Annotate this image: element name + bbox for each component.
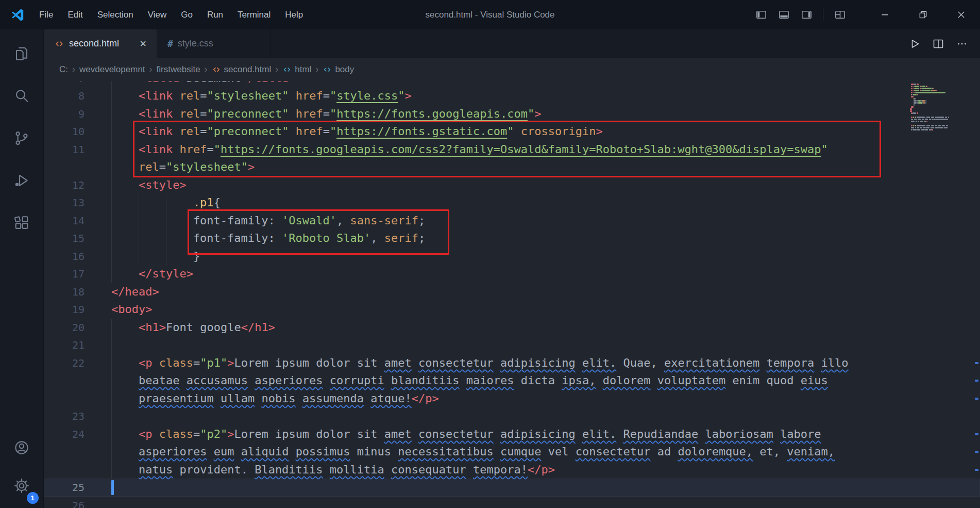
menu-item-edit[interactable]: Edit <box>60 0 90 29</box>
button-split-editor[interactable] <box>928 34 948 54</box>
code-line-10[interactable]: 10<link rel="preconnect" href="https://f… <box>44 123 980 141</box>
minimize-button[interactable] <box>866 0 904 29</box>
code-line-wrap[interactable]: asperiores eum aliquid possimus minus ne… <box>44 443 980 461</box>
code-line-13[interactable]: 13.p1{ <box>44 194 980 212</box>
button-more-actions[interactable] <box>952 34 972 54</box>
code-token: 'Oswald' <box>282 214 336 227</box>
breadcrumb-item-firstwebsite[interactable]: firstwebsite <box>157 64 200 75</box>
activity-item-search[interactable] <box>0 75 44 117</box>
settings-icon <box>13 478 30 494</box>
code-line-19[interactable]: 19<body> <box>44 301 980 319</box>
line-number[interactable]: 20 <box>44 319 85 337</box>
line-number[interactable]: 23 <box>44 407 85 425</box>
code-line-24[interactable]: 24<p class="p2">Lorem ipsum dolor sit am… <box>44 425 980 444</box>
minimap[interactable] <box>910 83 971 137</box>
button-layout-panel[interactable] <box>773 5 794 25</box>
menu-item-selection[interactable]: Selection <box>90 0 141 29</box>
code-line-wrap[interactable]: praesentium ullam nobis assumenda atque!… <box>44 390 980 408</box>
line-number[interactable]: 7 <box>44 81 85 87</box>
code-token: et, <box>753 445 787 458</box>
code-token: = <box>200 107 207 120</box>
code-line-15[interactable]: 15font-family: 'Roboto Slab', serif; <box>44 230 980 248</box>
code-line-17[interactable]: 17</style> <box>44 265 980 283</box>
code-line-23[interactable]: 23 <box>44 407 980 425</box>
line-number[interactable]: 26 <box>44 497 85 508</box>
line-number[interactable]: 15 <box>44 230 85 248</box>
code-token: "p1" <box>200 356 227 369</box>
code-token: serif <box>384 232 418 244</box>
restore-button[interactable] <box>904 0 942 29</box>
line-number[interactable]: 14 <box>44 212 85 230</box>
code-line-wrap[interactable]: rel="stylesheet"> <box>44 158 980 176</box>
activity-item-extensions[interactable] <box>0 202 44 244</box>
code-line-9[interactable]: 9<link rel="preconnect" href="https://fo… <box>44 105 980 123</box>
code-line-8[interactable]: 8<link rel="stylesheet" href="style.css"… <box>44 87 980 105</box>
breadcrumb-item-body[interactable]: body <box>323 64 354 75</box>
button-layout-sidebar-left[interactable] <box>751 5 771 25</box>
breadcrumb: C:›wevdevelopemnt›firstwebsite›second.ht… <box>44 58 980 81</box>
settings-badge: 1 <box>27 492 39 504</box>
line-number[interactable]: 12 <box>44 176 85 194</box>
line-number[interactable]: 16 <box>44 248 85 266</box>
activity-item-account[interactable] <box>0 429 44 467</box>
code-token <box>576 356 582 369</box>
line-number[interactable]: 21 <box>44 336 85 354</box>
line-number[interactable]: 25 <box>44 479 85 497</box>
code-token: vel <box>541 445 575 458</box>
line-number[interactable]: 19 <box>44 301 85 319</box>
code-line-12[interactable]: 12<style> <box>44 176 980 194</box>
breadcrumb-item-html[interactable]: html <box>282 64 311 75</box>
menu-item-help[interactable]: Help <box>278 0 310 29</box>
code-line-18[interactable]: 18</head> <box>44 283 980 301</box>
code-line-20[interactable]: 20<h1>Font google</h1> <box>44 319 980 337</box>
line-number[interactable]: 10 <box>44 123 85 141</box>
code-token: href <box>179 143 207 156</box>
line-number[interactable]: 9 <box>44 105 85 123</box>
line-number[interactable]: 24 <box>44 425 85 444</box>
button-layout-customize[interactable] <box>830 5 850 25</box>
menu-item-run[interactable]: Run <box>200 0 230 29</box>
activity-item-source-control[interactable] <box>0 117 44 159</box>
close-button[interactable] <box>942 0 980 29</box>
code-line-26[interactable]: 26 <box>44 497 980 508</box>
code-line-wrap[interactable]: beatae accusamus asperiores corrupti bla… <box>44 372 980 390</box>
code-token: atque! <box>370 392 411 405</box>
code-token: } <box>193 250 200 263</box>
code-line-16[interactable]: 16} <box>44 248 980 266</box>
overview-ruler[interactable] <box>975 81 979 508</box>
code-line-21[interactable]: 21 <box>44 336 980 354</box>
code-line-25[interactable]: 25 <box>44 479 980 497</box>
button-run[interactable] <box>905 34 924 54</box>
button-layout-sidebar-right[interactable] <box>796 5 817 25</box>
menu-item-terminal[interactable]: Terminal <box>230 0 278 29</box>
activity-item-settings[interactable]: 1 <box>0 467 44 505</box>
tab-close-icon[interactable]: × <box>131 38 146 50</box>
line-number[interactable]: 18 <box>44 283 85 301</box>
menu-item-file[interactable]: File <box>32 0 60 29</box>
menu-item-go[interactable]: Go <box>174 0 200 29</box>
code-token: font-family <box>193 232 268 244</box>
line-number[interactable]: 8 <box>44 87 85 105</box>
line-number[interactable]: 17 <box>44 265 85 283</box>
code-rows: 7<title>Document</title>8<link rel="styl… <box>44 81 980 508</box>
code-line-14[interactable]: 14font-family: 'Oswald', sans-serif; <box>44 212 980 230</box>
tab-style-css[interactable]: #style.css <box>157 29 271 58</box>
code-token: class <box>159 428 193 440</box>
menu-item-view[interactable]: View <box>141 0 174 29</box>
breadcrumb-item-wevdevelopemnt[interactable]: wevdevelopemnt <box>79 64 145 75</box>
breadcrumb-item-c[interactable]: C: <box>59 64 68 75</box>
tab-second-html[interactable]: second.html× <box>44 29 157 58</box>
line-number[interactable]: 11 <box>44 141 85 159</box>
code-editor[interactable]: 7<title>Document</title>8<link rel="styl… <box>44 81 980 508</box>
code-line-22[interactable]: 22<p class="p1">Lorem ipsum dolor sit am… <box>44 354 980 372</box>
code-line-7[interactable]: 7<title>Document</title> <box>44 81 980 87</box>
breadcrumb-item-second-html[interactable]: second.html <box>212 64 272 75</box>
line-number[interactable]: 13 <box>44 194 85 212</box>
line-number[interactable]: 22 <box>44 354 85 372</box>
title-bar: FileEditSelectionViewGoRunTerminalHelp s… <box>0 0 980 29</box>
tab-bar: second.html×#style.css <box>44 29 980 58</box>
code-line-wrap[interactable]: natus provident. Blanditiis mollitia con… <box>44 461 980 479</box>
activity-item-run-debug[interactable] <box>0 159 44 202</box>
code-line-11[interactable]: 11<link href="https://fonts.googleapis.c… <box>44 141 980 159</box>
activity-item-explorer[interactable] <box>0 32 44 75</box>
